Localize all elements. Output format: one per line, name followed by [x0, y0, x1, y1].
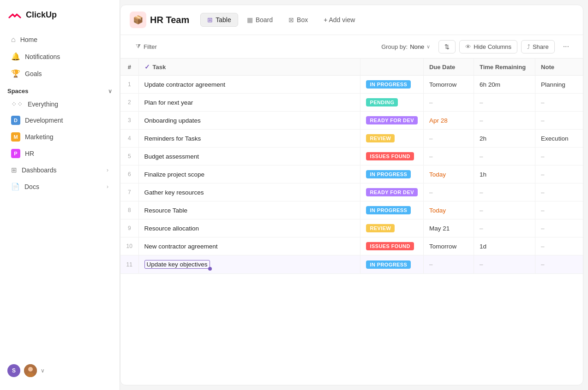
sidebar-item-everything[interactable]: ⁘⁘ Everything — [4, 96, 116, 112]
cell-task: Update key objectives — [138, 255, 360, 274]
cell-due-date: – — [423, 130, 474, 148]
hide-cols-icon: 👁 — [465, 43, 471, 50]
cell-note: – — [535, 165, 583, 183]
table-row[interactable]: 11Update key objectivesIN PROGRESS––– — [120, 255, 583, 274]
col-task: ✓ Task — [138, 59, 360, 76]
cell-time-remaining: – — [474, 255, 535, 274]
cell-time-remaining: 2h — [474, 130, 535, 148]
dashboards-left: ⊞ Dashboards — [11, 166, 57, 174]
table-row[interactable]: 6Finalize project scopeIN PROGRESSToday1… — [120, 165, 583, 183]
groupby-button[interactable]: Group by: None ∨ — [377, 41, 435, 53]
more-options-button[interactable]: ··· — [558, 40, 574, 53]
add-view-label: + Add view — [324, 16, 355, 24]
svg-point-1 — [28, 367, 33, 372]
cell-num: 5 — [120, 148, 138, 165]
table-header-row: # ✓ Task Due Date Time Remaining Note — [120, 59, 583, 76]
sidebar-item-development[interactable]: D Development — [4, 112, 116, 129]
hide-columns-button[interactable]: 👁 Hide Columns — [459, 40, 517, 53]
cell-note: – — [535, 255, 583, 274]
sidebar-item-goals[interactable]: 🏆 Goals — [4, 65, 116, 82]
dashboards-chevron-icon: › — [107, 167, 108, 173]
cell-due-date: – — [423, 255, 474, 274]
tab-board[interactable]: ▦ Board — [240, 13, 280, 27]
filter-button[interactable]: ⧩ Filter — [130, 40, 163, 53]
everything-label: Everything — [28, 100, 58, 108]
cell-status: IN PROGRESS — [360, 255, 423, 274]
board-tab-label: Board — [256, 16, 273, 24]
cell-time-remaining: 1d — [474, 237, 535, 255]
cell-task: Plan for next year — [138, 94, 360, 112]
cell-num: 6 — [120, 165, 138, 183]
development-avatar: D — [11, 116, 20, 125]
sidebar-item-hr[interactable]: P HR — [4, 145, 116, 162]
cell-note: – — [535, 237, 583, 255]
sidebar-item-docs[interactable]: 📄 Docs › — [4, 178, 116, 195]
table-row[interactable]: 5Budget assessmentISSUES FOUND––– — [120, 148, 583, 165]
sidebar-item-marketing[interactable]: M Marketing — [4, 129, 116, 145]
table-row[interactable]: 9Resource allocationREVIEWMay 21–– — [120, 219, 583, 237]
user-area[interactable]: S ∨ — [0, 359, 120, 383]
cell-time-remaining: – — [474, 112, 535, 130]
tab-table[interactable]: ⊞ Table — [200, 13, 238, 27]
share-button[interactable]: ⤴ Share — [521, 40, 555, 53]
docs-label: Docs — [24, 183, 39, 190]
share-icon: ⤴ — [527, 43, 530, 50]
col-status — [360, 59, 423, 76]
cell-num: 4 — [120, 130, 138, 148]
cell-num: 8 — [120, 201, 138, 219]
main-content: 📦 HR Team ⊞ Table ▦ Board ⊠ Box + Add vi… — [120, 5, 583, 385]
add-view-button[interactable]: + Add view — [317, 13, 362, 27]
table-row[interactable]: 7Gather key resourcesREADY FOR DEV––– — [120, 183, 583, 201]
user-chevron-icon[interactable]: ∨ — [41, 367, 45, 374]
cell-num: 10 — [120, 237, 138, 255]
sidebar-item-home[interactable]: ⌂ Home — [4, 31, 116, 48]
table-row[interactable]: 8Resource TableIN PROGRESSToday–– — [120, 201, 583, 219]
cell-task: New contractor agreement — [138, 237, 360, 255]
cell-due-date: – — [423, 148, 474, 165]
cell-time-remaining: 6h 20m — [474, 76, 535, 94]
cell-num: 7 — [120, 183, 138, 201]
cell-task: Resource Table — [138, 201, 360, 219]
share-label: Share — [533, 43, 549, 50]
cell-due-date: Today — [423, 201, 474, 219]
cell-status: ISSUES FOUND — [360, 148, 423, 165]
cell-note: – — [535, 183, 583, 201]
cell-note: Execution — [535, 130, 583, 148]
col-time-remaining: Time Remaining — [474, 59, 535, 76]
cell-task: Finalize project scope — [138, 165, 360, 183]
table-row[interactable]: 4Reminders for TasksREVIEW–2hExecution — [120, 130, 583, 148]
cell-time-remaining: – — [474, 183, 535, 201]
marketing-label: Marketing — [25, 133, 53, 141]
logo-area[interactable]: ClickUp — [0, 7, 120, 31]
cell-note: – — [535, 148, 583, 165]
cell-task: Reminders for Tasks — [138, 130, 360, 148]
home-icon: ⌂ — [11, 35, 16, 44]
spaces-chevron-icon[interactable]: ∨ — [108, 88, 112, 95]
cell-status: ISSUES FOUND — [360, 237, 423, 255]
cell-note: – — [535, 112, 583, 130]
toolbar-right: Group by: None ∨ ⇅ 👁 Hide Columns ⤴ Shar… — [377, 40, 574, 53]
board-tab-icon: ▦ — [247, 16, 253, 24]
table-row[interactable]: 3Onboarding updatesREADY FOR DEVApr 28–– — [120, 112, 583, 130]
cell-due-date: – — [423, 183, 474, 201]
table-row[interactable]: 1Update contractor agreementIN PROGRESST… — [120, 76, 583, 94]
groupby-value: None — [410, 43, 424, 50]
filter-label: Filter — [144, 43, 157, 50]
cell-note: – — [535, 219, 583, 237]
sort-icon: ⇅ — [444, 43, 450, 50]
tab-box[interactable]: ⊠ Box — [282, 13, 315, 27]
sort-button[interactable]: ⇅ — [438, 40, 456, 53]
col-due-date: Due Date — [423, 59, 474, 76]
resize-handle[interactable] — [208, 267, 212, 271]
sidebar-item-dashboards[interactable]: ⊞ Dashboards › — [4, 162, 116, 178]
check-icon: ✓ — [144, 63, 150, 71]
sidebar-item-notifications[interactable]: 🔔 Notifications — [4, 48, 116, 65]
table-row[interactable]: 10New contractor agreementISSUES FOUNDTo… — [120, 237, 583, 255]
cell-status: IN PROGRESS — [360, 165, 423, 183]
table-container: # ✓ Task Due Date Time Remaining Note 1U… — [120, 59, 583, 385]
table-row[interactable]: 2Plan for next yearPENDING––– — [120, 94, 583, 112]
toolbar: ⧩ Filter Group by: None ∨ ⇅ 👁 Hide Colum… — [120, 35, 583, 59]
user-avatar-s: S — [7, 364, 20, 377]
cell-status: IN PROGRESS — [360, 76, 423, 94]
notifications-label: Notifications — [25, 53, 60, 60]
